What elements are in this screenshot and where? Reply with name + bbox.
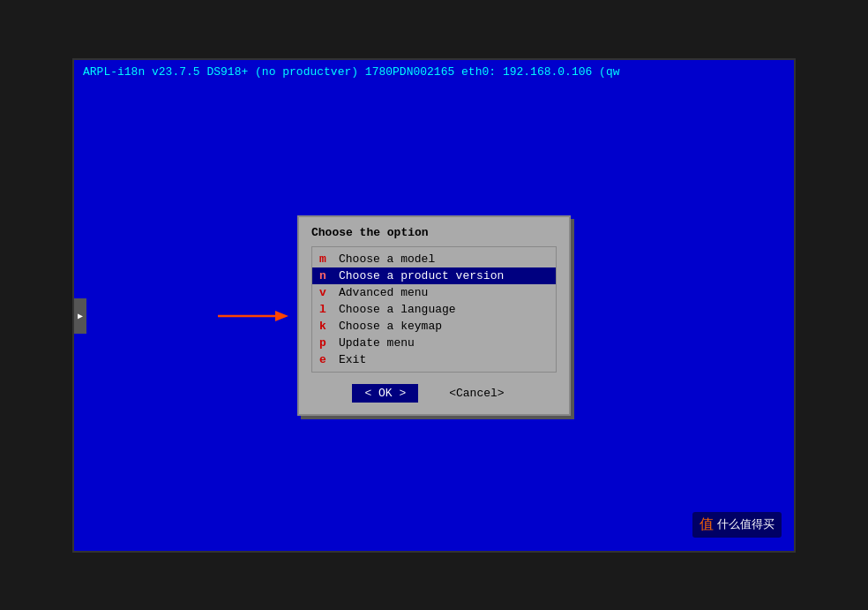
menu-item-e[interactable]: eExit [312, 351, 556, 368]
menu-shortcut-v: v [319, 286, 333, 299]
menu-shortcut-e: e [319, 353, 333, 366]
menu-shortcut-p: p [319, 336, 333, 350]
menu-item-n[interactable]: nChoose a product version [312, 267, 556, 284]
menu-label-l: Choose a language [339, 303, 549, 316]
menu-label-m: Choose a model [339, 252, 549, 266]
menu-item-p[interactable]: pUpdate menu [312, 335, 556, 351]
watermark: 值 什么值得买 [692, 512, 782, 538]
terminal-screen: ARPL-i18n v23.7.5 DS918+ (no productver)… [72, 58, 796, 553]
arrow-indicator [218, 307, 288, 325]
dialog-title: Choose the option [299, 217, 569, 246]
menu-item-k[interactable]: kChoose a keymap [312, 318, 556, 335]
sidebar-tab[interactable]: ▶ [74, 298, 86, 334]
menu-label-p: Update menu [339, 336, 549, 350]
svg-marker-1 [275, 311, 288, 321]
menu-item-m[interactable]: mChoose a model [312, 251, 556, 267]
watermark-icon: 值 [700, 516, 714, 534]
screen-content: ▶ Choose the option mChoose a modelnChoo… [74, 84, 794, 548]
menu-list: mChoose a modelnChoose a product version… [311, 246, 557, 373]
menu-item-v[interactable]: vAdvanced menu [312, 284, 556, 301]
ok-button[interactable]: < OK > [351, 383, 419, 403]
dialog-wrapper: Choose the option mChoose a modelnChoose… [297, 215, 571, 416]
menu-label-e: Exit [339, 353, 549, 366]
menu-label-k: Choose a keymap [339, 320, 549, 333]
menu-shortcut-n: n [319, 269, 333, 282]
dialog-buttons: < OK > <Cancel> [299, 373, 569, 414]
menu-shortcut-m: m [319, 252, 333, 266]
menu-shortcut-k: k [319, 320, 333, 333]
cancel-button[interactable]: <Cancel> [437, 383, 516, 403]
top-bar: ARPL-i18n v23.7.5 DS918+ (no productver)… [74, 60, 794, 84]
menu-label-v: Advanced menu [339, 286, 549, 299]
menu-shortcut-l: l [319, 303, 333, 316]
watermark-text: 什么值得买 [717, 516, 774, 532]
top-bar-text: ARPL-i18n v23.7.5 DS918+ (no productver)… [83, 65, 620, 79]
menu-label-n: Choose a product version [339, 269, 549, 282]
dialog-box: Choose the option mChoose a modelnChoose… [297, 215, 571, 416]
menu-item-l[interactable]: lChoose a language [312, 301, 556, 318]
